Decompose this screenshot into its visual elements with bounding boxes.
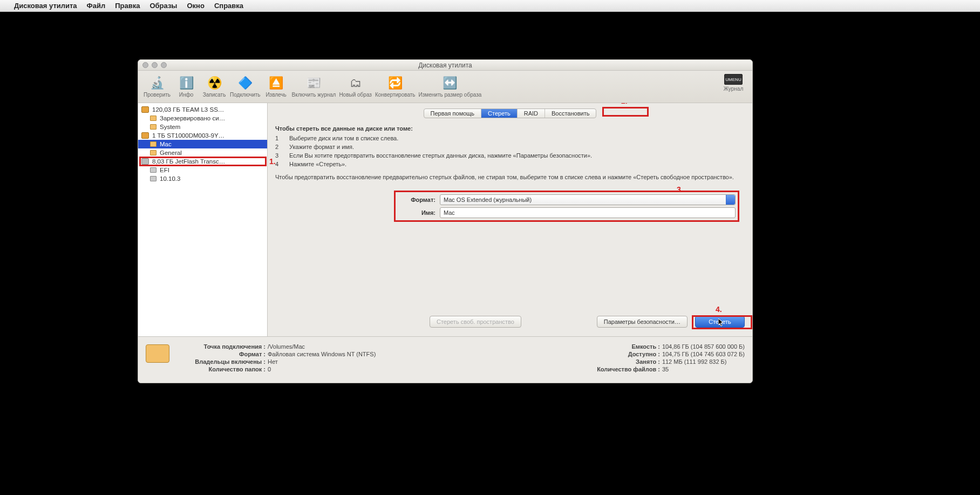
volume-icon — [150, 116, 156, 121]
tab-restore[interactable]: Восстановить — [545, 109, 596, 118]
minimize-icon[interactable] — [152, 62, 158, 68]
eject-icon: ⏏️ — [269, 76, 284, 91]
security-options-button[interactable]: Параметры безопасности… — [597, 316, 688, 328]
tab-first-aid[interactable]: Первая помощь — [424, 109, 482, 118]
journal-icon: 📰 — [306, 76, 321, 91]
menubar-appname[interactable]: Дисковая утилита — [14, 2, 77, 10]
sidebar-disk-jetflash[interactable]: 8,03 ГБ JetFlash Transc… — [138, 157, 267, 166]
erase-button[interactable]: Стереть — [695, 316, 745, 328]
hdd-icon — [141, 106, 149, 113]
toolbar-eject[interactable]: ⏏️ Извлечь — [264, 76, 289, 98]
hdd-icon — [141, 158, 149, 165]
disk-utility-window: Дисковая утилита 🔬 Проверить ℹ️ Инфо ☢️ … — [138, 59, 753, 383]
toolbar-burn[interactable]: ☢️ Записать — [202, 76, 227, 98]
sidebar-vol-efi[interactable]: EFI — [138, 166, 267, 174]
window-titlebar: Дисковая утилита — [138, 60, 752, 71]
sidebar-vol-reserved[interactable]: Зарезервировано си… — [138, 114, 267, 123]
erase-instructions: Чтобы стереть все данные на диске или то… — [275, 125, 745, 182]
sidebar-vol-10-10-3[interactable]: 10.10.3 — [138, 174, 267, 183]
convert-icon: 🔁 — [387, 76, 403, 91]
hdd-icon — [141, 132, 149, 139]
volume-icon — [150, 176, 156, 181]
toolbar-convert[interactable]: 🔁 Конвертировать — [375, 76, 416, 98]
menu-window[interactable]: Окно — [187, 2, 204, 10]
toolbar-new-image[interactable]: 🗂 Новый образ — [339, 76, 372, 98]
tab-segmented: Первая помощь Стереть RAID Восстановить — [424, 109, 597, 118]
window-title: Дисковая утилита — [418, 62, 472, 69]
tab-raid[interactable]: RAID — [518, 109, 545, 118]
sidebar-vol-general[interactable]: General — [138, 148, 267, 157]
footer-right-col: Емкость :104,86 ГБ (104 857 600 000 Б) Д… — [584, 343, 745, 376]
sidebar-disk-team-ssd[interactable]: 120,03 ГБ TEAM L3 SS… — [138, 105, 267, 114]
window-traffic-lights[interactable] — [142, 62, 167, 68]
instructions-lead: Чтобы стереть все данные на диске или то… — [275, 125, 745, 133]
instructions-para2: Чтобы предотвратить восстановление предв… — [275, 173, 745, 182]
mount-icon: 🔷 — [237, 76, 253, 91]
toolbar-resize-image[interactable]: ↔️ Изменить размер образа — [419, 76, 482, 98]
toolbar: 🔬 Проверить ℹ️ Инфо ☢️ Записать 🔷 Подклю… — [138, 71, 752, 103]
toolbar-info[interactable]: ℹ️ Инфо — [174, 76, 199, 98]
log-icon: UMENU — [724, 74, 743, 85]
name-input[interactable]: Mac — [440, 207, 736, 218]
sidebar-vol-system[interactable]: System — [138, 123, 267, 131]
toolbar-enable-journal[interactable]: 📰 Включить журнал — [292, 76, 336, 98]
format-select[interactable]: Mac OS Extended (журнальный) — [440, 194, 736, 205]
footer-info: Точка подключения :/Volumes/Mac Формат :… — [138, 336, 752, 383]
menu-edit[interactable]: Правка — [115, 2, 140, 10]
selected-drive-icon — [146, 344, 169, 363]
menu-help[interactable]: Справка — [214, 2, 243, 10]
footer-left-col: Точка подключения :/Volumes/Mac Формат :… — [179, 343, 376, 376]
new-image-icon: 🗂 — [348, 76, 363, 91]
volume-icon — [150, 141, 156, 147]
microscope-icon: 🔬 — [149, 76, 165, 91]
info-icon: ℹ️ — [179, 76, 194, 91]
menubar: Дисковая утилита Файл Правка Образы Окно… — [0, 0, 980, 12]
burn-icon: ☢️ — [207, 76, 222, 91]
menu-images[interactable]: Образы — [149, 2, 177, 10]
toolbar-mount[interactable]: 🔷 Подключить — [230, 76, 261, 98]
toolbar-verify[interactable]: 🔬 Проверить — [144, 76, 171, 98]
volume-icon — [150, 150, 156, 155]
resize-icon: ↔️ — [443, 76, 458, 91]
disk-sidebar[interactable]: 120,03 ГБ TEAM L3 SS… Зарезервировано си… — [138, 103, 268, 336]
window-body: 120,03 ГБ TEAM L3 SS… Зарезервировано си… — [138, 103, 752, 336]
zoom-icon[interactable] — [161, 62, 167, 68]
name-label: Имя: — [398, 209, 435, 216]
sidebar-disk-seagate-1tb[interactable]: 1 ТБ ST1000DM003-9Y… — [138, 131, 267, 140]
erase-free-space-button[interactable]: Стереть своб. пространство — [430, 316, 521, 328]
sidebar-vol-mac[interactable]: Mac — [138, 140, 267, 148]
content-pane: Первая помощь Стереть RAID Восстановить … — [268, 103, 752, 336]
volume-icon — [150, 167, 156, 173]
close-icon[interactable] — [142, 62, 148, 68]
tab-row: Первая помощь Стереть RAID Восстановить — [275, 109, 745, 118]
erase-form: Формат: Mac OS Extended (журнальный) Имя… — [394, 191, 739, 222]
tab-erase[interactable]: Стереть — [481, 109, 518, 118]
toolbar-log[interactable]: UMENU Журнал — [721, 74, 746, 92]
annotation-num-4: 4. — [716, 305, 722, 314]
annotation-num-2: 2. — [621, 103, 628, 105]
erase-button-row: Стереть своб. пространство Параметры без… — [275, 316, 745, 328]
menu-file[interactable]: Файл — [87, 2, 106, 10]
volume-icon — [150, 124, 156, 130]
format-label: Формат: — [398, 196, 435, 203]
